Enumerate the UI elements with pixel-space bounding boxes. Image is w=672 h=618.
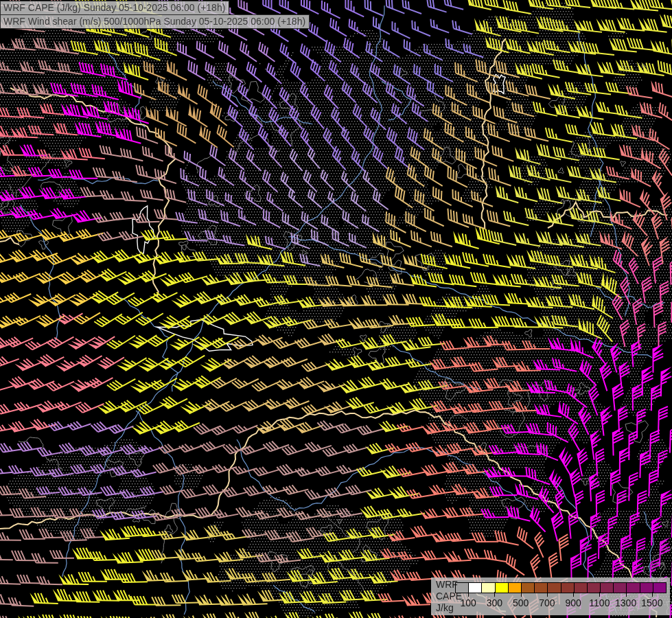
- legend-tick-label: 700: [539, 597, 555, 608]
- legend-color-cell: [588, 583, 601, 593]
- legend-tick-mark: [652, 592, 653, 597]
- legend-tick-label: 1500: [641, 597, 662, 608]
- legend-color-cell: [482, 583, 495, 593]
- legend-color-cell: [575, 583, 588, 593]
- map-titles: WRF CAPE (J/kg) Sunday 05-10-2025 06:00 …: [0, 1, 310, 29]
- legend-color-cell: [522, 583, 535, 593]
- legend-tick-label: 500: [513, 597, 529, 608]
- legend-tick-mark: [521, 592, 522, 597]
- legend-color-cell: [535, 583, 548, 593]
- legend-tick-label: 100: [460, 597, 476, 608]
- legend-color-cell: [469, 583, 482, 593]
- legend-tick-label: 300: [487, 597, 502, 608]
- legend-color-cell: [456, 583, 469, 593]
- legend-tick-mark: [494, 592, 495, 597]
- legend-color-cell: [614, 583, 627, 593]
- map-canvas: [0, 0, 672, 618]
- cape-legend: WRF CAPE J/kg 10030050070090011001300150…: [431, 577, 670, 615]
- legend-color-cell: [561, 583, 575, 593]
- legend-tick-mark: [468, 592, 469, 597]
- legend-color-cell: [640, 583, 653, 593]
- legend-color-cell: [627, 583, 640, 593]
- legend-colorbar: [455, 582, 667, 593]
- map-title-cape: WRF CAPE (J/kg) Sunday 05-10-2025 06:00 …: [0, 1, 229, 15]
- legend-tick-mark: [573, 592, 574, 597]
- legend-tick-mark: [547, 592, 548, 597]
- weather-map: WRF CAPE (J/kg) Sunday 05-10-2025 06:00 …: [0, 0, 672, 618]
- legend-color-cell: [509, 583, 522, 593]
- legend-tick-label: 900: [565, 597, 581, 608]
- map-title-shear: WRF Wind shear (m/s) 500/1000hPa Sunday …: [0, 14, 310, 29]
- legend-tick-label: 1100: [589, 597, 610, 608]
- legend-color-cell: [601, 583, 614, 593]
- legend-color-cell: [653, 583, 666, 593]
- legend-color-cell: [548, 583, 561, 593]
- legend-tick-label: 1300: [615, 597, 636, 608]
- legend-color-cell: [496, 583, 509, 593]
- legend-label-line: J/kg: [436, 602, 462, 614]
- legend-tick-mark: [599, 592, 600, 597]
- legend-tick-mark: [626, 592, 627, 597]
